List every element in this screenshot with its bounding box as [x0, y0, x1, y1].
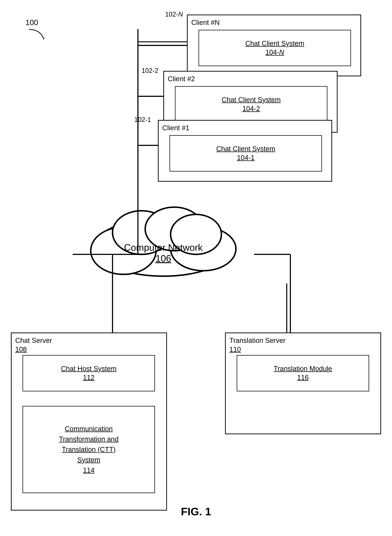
- network-cloud: Computer Network 106: [73, 196, 254, 287]
- translation-module-box: Translation Module116: [237, 355, 369, 391]
- translation-server-title: Translation Server110: [229, 336, 285, 354]
- main-ref-label: 100: [25, 18, 47, 42]
- chat-client-2-box: Chat Client System104-2: [175, 86, 327, 122]
- translation-server-box: Translation Server110 Translation Module…: [225, 332, 381, 434]
- ref-102-n: 102-N: [165, 10, 183, 18]
- figure-label: FIG. 1: [181, 505, 211, 518]
- ctt-system-box: CommunicationTransformation andTranslati…: [23, 406, 155, 493]
- chat-server-box: Chat Server108 Chat Host System112 Commu…: [11, 332, 167, 511]
- chat-host-system-box: Chat Host System112: [23, 355, 155, 391]
- svg-text:106: 106: [155, 253, 171, 264]
- client-1-title: Client #1: [162, 124, 189, 132]
- chat-client-n-box: Chat Client System104-N: [199, 30, 351, 66]
- svg-text:Computer Network: Computer Network: [124, 242, 203, 253]
- chat-server-title: Chat Server108: [15, 336, 52, 354]
- client-n-box: Client #N Chat Client System104-N: [187, 14, 361, 76]
- chat-host-system-label: Chat Host System112: [61, 364, 117, 382]
- chat-client-1-box: Chat Client System104-1: [169, 135, 322, 172]
- diagram: 100 Client #N Chat Client System104-N 10…: [0, 0, 392, 536]
- client-1-box: Client #1 Chat Client System104-1: [158, 120, 332, 182]
- ref-102-1: 102-1: [134, 116, 151, 124]
- ref-102-2: 102-2: [142, 67, 158, 75]
- client-2-title: Client #2: [168, 75, 195, 83]
- chat-client-1-label: Chat Client System104-1: [216, 144, 275, 163]
- ctt-system-label: CommunicationTransformation andTranslati…: [59, 424, 118, 475]
- chat-client-n-label: Chat Client System104-N: [245, 39, 304, 57]
- chat-client-2-label: Chat Client System104-2: [222, 95, 280, 113]
- translation-module-label: Translation Module116: [274, 364, 332, 382]
- client-n-title: Client #N: [191, 18, 219, 27]
